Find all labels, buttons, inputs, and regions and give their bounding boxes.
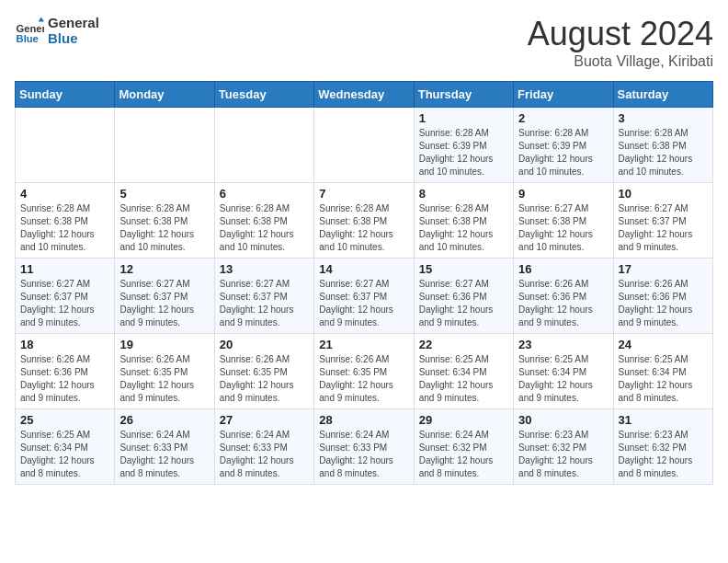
svg-text:General: General bbox=[17, 23, 44, 34]
day-number: 16 bbox=[518, 262, 608, 276]
calendar-cell: 17Sunrise: 6:26 AM Sunset: 6:36 PM Dayli… bbox=[613, 259, 712, 334]
day-number: 31 bbox=[619, 413, 708, 427]
calendar-cell: 28Sunrise: 6:24 AM Sunset: 6:33 PM Dayli… bbox=[314, 409, 414, 485]
day-number: 24 bbox=[619, 338, 708, 351]
day-info: Sunrise: 6:27 AM Sunset: 6:37 PM Dayligh… bbox=[20, 278, 109, 329]
day-info: Sunrise: 6:25 AM Sunset: 6:34 PM Dayligh… bbox=[619, 353, 708, 405]
calendar-title: August 2024 bbox=[528, 15, 713, 53]
column-header-saturday: Saturday bbox=[613, 82, 712, 108]
calendar-cell: 18Sunrise: 6:26 AM Sunset: 6:36 PM Dayli… bbox=[16, 334, 115, 409]
calendar-cell: 26Sunrise: 6:24 AM Sunset: 6:33 PM Dayli… bbox=[115, 409, 214, 485]
logo-icon: General Blue bbox=[15, 16, 44, 45]
day-info: Sunrise: 6:27 AM Sunset: 6:37 PM Dayligh… bbox=[619, 202, 708, 254]
calendar-cell bbox=[314, 108, 414, 183]
calendar-cell: 22Sunrise: 6:25 AM Sunset: 6:34 PM Dayli… bbox=[414, 334, 513, 409]
day-info: Sunrise: 6:26 AM Sunset: 6:35 PM Dayligh… bbox=[220, 353, 309, 405]
day-info: Sunrise: 6:28 AM Sunset: 6:38 PM Dayligh… bbox=[319, 202, 408, 254]
calendar-cell: 7Sunrise: 6:28 AM Sunset: 6:38 PM Daylig… bbox=[314, 183, 414, 259]
svg-text:Blue: Blue bbox=[17, 33, 39, 44]
day-number: 18 bbox=[20, 338, 109, 351]
calendar-cell: 24Sunrise: 6:25 AM Sunset: 6:34 PM Dayli… bbox=[613, 334, 712, 409]
day-info: Sunrise: 6:28 AM Sunset: 6:38 PM Dayligh… bbox=[20, 202, 109, 254]
day-info: Sunrise: 6:23 AM Sunset: 6:32 PM Dayligh… bbox=[518, 429, 608, 480]
day-info: Sunrise: 6:27 AM Sunset: 6:36 PM Dayligh… bbox=[419, 278, 508, 329]
calendar-cell: 4Sunrise: 6:28 AM Sunset: 6:38 PM Daylig… bbox=[16, 183, 115, 259]
calendar-cell: 27Sunrise: 6:24 AM Sunset: 6:33 PM Dayli… bbox=[214, 409, 313, 485]
logo: General Blue General Blue bbox=[15, 15, 99, 46]
day-number: 10 bbox=[619, 187, 708, 201]
day-number: 12 bbox=[119, 262, 209, 276]
day-info: Sunrise: 6:25 AM Sunset: 6:34 PM Dayligh… bbox=[419, 353, 508, 405]
calendar-cell bbox=[214, 108, 313, 183]
day-number: 26 bbox=[119, 413, 209, 427]
day-info: Sunrise: 6:27 AM Sunset: 6:38 PM Dayligh… bbox=[518, 202, 608, 254]
day-info: Sunrise: 6:28 AM Sunset: 6:38 PM Dayligh… bbox=[220, 202, 309, 254]
day-number: 25 bbox=[20, 413, 109, 427]
day-info: Sunrise: 6:28 AM Sunset: 6:38 PM Dayligh… bbox=[619, 127, 708, 178]
calendar-cell: 25Sunrise: 6:25 AM Sunset: 6:34 PM Dayli… bbox=[16, 409, 115, 485]
column-header-thursday: Thursday bbox=[414, 82, 513, 108]
calendar-cell bbox=[16, 108, 115, 183]
day-info: Sunrise: 6:25 AM Sunset: 6:34 PM Dayligh… bbox=[518, 353, 608, 405]
column-header-monday: Monday bbox=[115, 82, 214, 108]
day-number: 6 bbox=[220, 187, 309, 201]
calendar-cell: 6Sunrise: 6:28 AM Sunset: 6:38 PM Daylig… bbox=[214, 183, 313, 259]
day-info: Sunrise: 6:27 AM Sunset: 6:37 PM Dayligh… bbox=[220, 278, 309, 329]
calendar-header-row: SundayMondayTuesdayWednesdayThursdayFrid… bbox=[16, 82, 713, 108]
day-number: 11 bbox=[20, 262, 109, 276]
day-number: 8 bbox=[419, 187, 508, 201]
calendar-cell: 23Sunrise: 6:25 AM Sunset: 6:34 PM Dayli… bbox=[514, 334, 613, 409]
day-number: 3 bbox=[619, 111, 708, 125]
calendar-cell: 16Sunrise: 6:26 AM Sunset: 6:36 PM Dayli… bbox=[514, 259, 613, 334]
day-number: 21 bbox=[319, 338, 408, 351]
calendar-cell: 19Sunrise: 6:26 AM Sunset: 6:35 PM Dayli… bbox=[115, 334, 214, 409]
week-row-4: 18Sunrise: 6:26 AM Sunset: 6:36 PM Dayli… bbox=[16, 334, 713, 409]
day-info: Sunrise: 6:26 AM Sunset: 6:35 PM Dayligh… bbox=[119, 353, 209, 405]
svg-marker-2 bbox=[39, 17, 44, 22]
calendar-cell: 11Sunrise: 6:27 AM Sunset: 6:37 PM Dayli… bbox=[16, 259, 115, 334]
day-number: 22 bbox=[419, 338, 508, 351]
calendar-cell: 1Sunrise: 6:28 AM Sunset: 6:39 PM Daylig… bbox=[414, 108, 513, 183]
calendar-cell: 10Sunrise: 6:27 AM Sunset: 6:37 PM Dayli… bbox=[613, 183, 712, 259]
day-number: 19 bbox=[119, 338, 209, 351]
day-number: 28 bbox=[319, 413, 408, 427]
day-info: Sunrise: 6:26 AM Sunset: 6:36 PM Dayligh… bbox=[20, 353, 109, 405]
day-info: Sunrise: 6:27 AM Sunset: 6:37 PM Dayligh… bbox=[119, 278, 209, 329]
day-number: 30 bbox=[518, 413, 608, 427]
calendar-cell: 20Sunrise: 6:26 AM Sunset: 6:35 PM Dayli… bbox=[214, 334, 313, 409]
column-header-sunday: Sunday bbox=[16, 82, 115, 108]
day-info: Sunrise: 6:24 AM Sunset: 6:33 PM Dayligh… bbox=[119, 429, 209, 480]
calendar-cell: 29Sunrise: 6:24 AM Sunset: 6:32 PM Dayli… bbox=[414, 409, 513, 485]
day-info: Sunrise: 6:28 AM Sunset: 6:38 PM Dayligh… bbox=[419, 202, 508, 254]
day-info: Sunrise: 6:25 AM Sunset: 6:34 PM Dayligh… bbox=[20, 429, 109, 480]
calendar-cell: 8Sunrise: 6:28 AM Sunset: 6:38 PM Daylig… bbox=[414, 183, 513, 259]
day-info: Sunrise: 6:24 AM Sunset: 6:33 PM Dayligh… bbox=[220, 429, 309, 480]
day-number: 7 bbox=[319, 187, 408, 201]
column-header-wednesday: Wednesday bbox=[314, 82, 414, 108]
day-info: Sunrise: 6:26 AM Sunset: 6:36 PM Dayligh… bbox=[619, 278, 708, 329]
day-number: 23 bbox=[518, 338, 608, 351]
day-number: 4 bbox=[20, 187, 109, 201]
day-number: 5 bbox=[119, 187, 209, 201]
page-header: General Blue General Blue August 2024 Bu… bbox=[15, 15, 713, 70]
day-info: Sunrise: 6:24 AM Sunset: 6:33 PM Dayligh… bbox=[319, 429, 408, 480]
day-info: Sunrise: 6:27 AM Sunset: 6:37 PM Dayligh… bbox=[319, 278, 408, 329]
day-info: Sunrise: 6:28 AM Sunset: 6:39 PM Dayligh… bbox=[419, 127, 508, 178]
calendar-cell: 15Sunrise: 6:27 AM Sunset: 6:36 PM Dayli… bbox=[414, 259, 513, 334]
day-info: Sunrise: 6:28 AM Sunset: 6:38 PM Dayligh… bbox=[119, 202, 209, 254]
week-row-5: 25Sunrise: 6:25 AM Sunset: 6:34 PM Dayli… bbox=[16, 409, 713, 485]
calendar-subtitle: Buota Village, Kiribati bbox=[528, 53, 713, 70]
calendar-cell: 3Sunrise: 6:28 AM Sunset: 6:38 PM Daylig… bbox=[613, 108, 712, 183]
calendar-cell: 13Sunrise: 6:27 AM Sunset: 6:37 PM Dayli… bbox=[214, 259, 313, 334]
day-number: 2 bbox=[518, 111, 608, 125]
column-header-tuesday: Tuesday bbox=[214, 82, 313, 108]
day-number: 14 bbox=[319, 262, 408, 276]
calendar-cell: 9Sunrise: 6:27 AM Sunset: 6:38 PM Daylig… bbox=[514, 183, 613, 259]
day-info: Sunrise: 6:24 AM Sunset: 6:32 PM Dayligh… bbox=[419, 429, 508, 480]
calendar-cell: 30Sunrise: 6:23 AM Sunset: 6:32 PM Dayli… bbox=[514, 409, 613, 485]
calendar-cell: 12Sunrise: 6:27 AM Sunset: 6:37 PM Dayli… bbox=[115, 259, 214, 334]
title-block: August 2024 Buota Village, Kiribati bbox=[528, 15, 713, 70]
day-number: 27 bbox=[220, 413, 309, 427]
day-info: Sunrise: 6:28 AM Sunset: 6:39 PM Dayligh… bbox=[518, 127, 608, 178]
day-info: Sunrise: 6:23 AM Sunset: 6:32 PM Dayligh… bbox=[619, 429, 708, 480]
